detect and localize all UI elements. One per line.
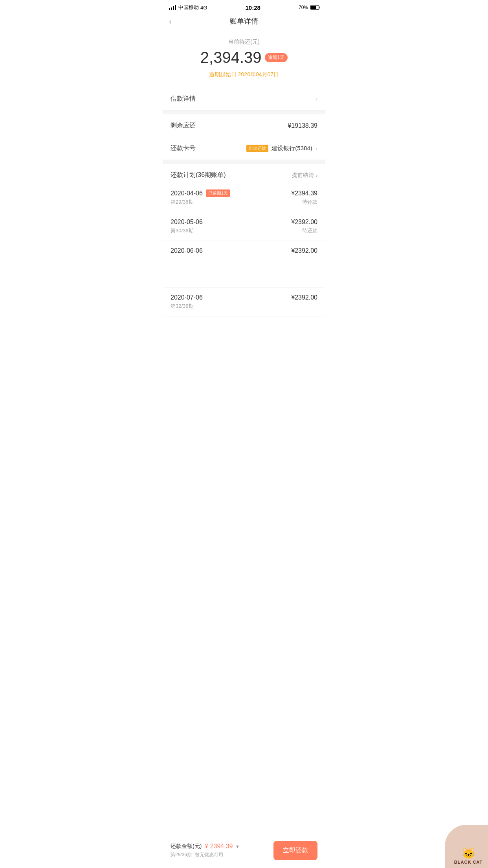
card-right[interactable]: 自动还款 建设银行(5384) › bbox=[246, 145, 317, 152]
section-divider-2 bbox=[163, 160, 325, 164]
payment-period-2: 第30/36期 bbox=[171, 227, 194, 234]
signal-bar-2 bbox=[171, 7, 172, 10]
carrier-label: 中国移动 bbox=[178, 4, 199, 11]
overdue-date-value: 2020年04月07日 bbox=[238, 71, 279, 77]
signal-bar-3 bbox=[173, 6, 174, 10]
status-left: 中国移动 4G bbox=[169, 4, 207, 11]
payment-item-1-top: 2020-04-06 已逾期1天 ¥2394.39 bbox=[171, 189, 317, 197]
signal-bar-1 bbox=[169, 8, 170, 10]
remaining-row: 剩余应还 ¥19138.39 bbox=[163, 114, 325, 137]
amount-section: 当前待还(元) 2,394.39 逾期1天 逾期起始日 2020年04月07日 bbox=[163, 31, 325, 88]
status-bar: 中国移动 4G 10:28 70% bbox=[163, 0, 325, 13]
overdue-date-label: 逾期起始日 bbox=[209, 71, 237, 77]
signal-bars bbox=[169, 5, 176, 10]
payment-period-4: 第32/36期 bbox=[171, 303, 194, 310]
early-payoff-button[interactable]: 提前结清 › bbox=[292, 172, 317, 179]
payment-list: 2020-04-06 已逾期1天 ¥2394.39 第29/36期 待还款 20… bbox=[163, 183, 325, 316]
overdue-date-row: 逾期起始日 2020年04月07日 bbox=[171, 71, 317, 78]
back-button[interactable]: ‹ bbox=[169, 17, 172, 26]
overdue-badge: 逾期1天 bbox=[265, 53, 288, 62]
loan-detail-item[interactable]: 借款详情 › bbox=[163, 88, 325, 110]
payment-date-row-3: 2020-06-06 bbox=[171, 247, 203, 254]
payment-period-1: 第29/36期 bbox=[171, 199, 194, 206]
plan-header: 还款计划(36期账单) 提前结清 › bbox=[163, 164, 325, 183]
status-right: 70% bbox=[299, 5, 319, 10]
payment-date-1: 2020-04-06 bbox=[171, 190, 203, 197]
payment-amount-2: ¥2392.00 bbox=[291, 219, 317, 226]
bank-name: 建设银行(5384) bbox=[272, 145, 312, 152]
loan-detail-chevron-icon: › bbox=[316, 96, 317, 103]
payment-item-2-bottom: 第30/36期 待还款 bbox=[171, 227, 317, 234]
plan-title: 还款计划(36期账单) bbox=[171, 171, 226, 179]
battery-fill bbox=[311, 6, 316, 9]
page-title: 账单详情 bbox=[230, 17, 258, 26]
payment-status-1: 待还款 bbox=[302, 199, 317, 206]
payment-status-2: 待还款 bbox=[302, 227, 317, 234]
payment-item-4: 2020-07-06 ¥2392.00 第32/36期 bbox=[163, 288, 325, 316]
payment-amount-4: ¥2392.00 bbox=[291, 294, 317, 301]
card-label: 还款卡号 bbox=[171, 144, 196, 153]
payment-item-2-top: 2020-05-06 ¥2392.00 bbox=[171, 219, 317, 226]
payment-date-2: 2020-05-06 bbox=[171, 219, 203, 226]
payment-item-3: 2020-06-06 ¥2392.00 bbox=[163, 241, 325, 288]
payment-item-3-top: 2020-06-06 ¥2392.00 bbox=[171, 247, 317, 254]
payment-date-4: 2020-07-06 bbox=[171, 294, 203, 301]
amount-label: 当前待还(元) bbox=[171, 39, 317, 46]
payment-item-2: 2020-05-06 ¥2392.00 第30/36期 待还款 bbox=[163, 212, 325, 241]
nav-bar: ‹ 账单详情 bbox=[163, 13, 325, 31]
card-row[interactable]: 还款卡号 自动还款 建设银行(5384) › bbox=[163, 137, 325, 160]
early-payoff-chevron-icon: › bbox=[316, 172, 317, 178]
time-label: 10:28 bbox=[245, 4, 260, 11]
payment-date-3: 2020-06-06 bbox=[171, 247, 203, 254]
signal-bar-4 bbox=[175, 5, 176, 10]
payment-date-row-1: 2020-04-06 已逾期1天 bbox=[171, 189, 230, 197]
card-chevron-icon: › bbox=[316, 145, 317, 152]
payment-item-1: 2020-04-06 已逾期1天 ¥2394.39 第29/36期 待还款 bbox=[163, 183, 325, 212]
overdue-tag-1: 已逾期1天 bbox=[206, 189, 230, 197]
payment-date-row-2: 2020-05-06 bbox=[171, 219, 203, 226]
battery-icon bbox=[310, 5, 319, 10]
amount-value: 2,394.39 bbox=[200, 49, 262, 66]
payment-amount-1: ¥2394.39 bbox=[291, 190, 317, 197]
payment-date-row-4: 2020-07-06 bbox=[171, 294, 203, 301]
remaining-label: 剩余应还 bbox=[171, 121, 196, 130]
payment-item-4-bottom: 第32/36期 bbox=[171, 303, 317, 310]
payment-item-4-top: 2020-07-06 ¥2392.00 bbox=[171, 294, 317, 301]
amount-row: 2,394.39 逾期1天 bbox=[171, 49, 317, 66]
section-divider-1 bbox=[163, 110, 325, 114]
payment-item-1-bottom: 第29/36期 待还款 bbox=[171, 199, 317, 206]
loan-detail-label: 借款详情 bbox=[171, 95, 196, 103]
early-payoff-label: 提前结清 bbox=[292, 172, 314, 179]
remaining-value: ¥19138.39 bbox=[288, 122, 317, 129]
auto-badge: 自动还款 bbox=[246, 145, 268, 152]
battery-percent: 70% bbox=[299, 5, 308, 10]
network-label: 4G bbox=[200, 5, 207, 11]
payment-amount-3: ¥2392.00 bbox=[291, 247, 317, 254]
